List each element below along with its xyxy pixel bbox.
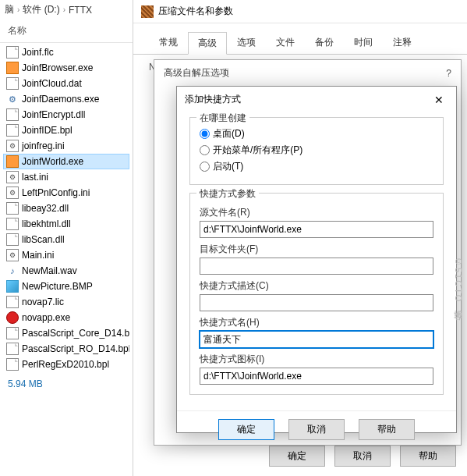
radio-startup[interactable]: 启动(T) (200, 158, 433, 175)
file-name: JoinfDaemons.exe (22, 94, 99, 105)
titlebar[interactable]: 压缩文件名和参数 (133, 0, 467, 23)
file-item[interactable]: JoinfIDE.bpl (3, 123, 129, 138)
titlebar[interactable]: 高级自解压选项 ? (154, 60, 461, 86)
ini-icon (6, 249, 19, 261)
wav-icon (6, 265, 19, 277)
file-item[interactable]: Main.ini (3, 247, 129, 263)
help-icon[interactable]: ? (446, 68, 451, 79)
breadcrumb-seg[interactable]: 脑 (5, 3, 14, 16)
file-item[interactable]: JoinfDaemons.exe (3, 91, 129, 107)
icon-input[interactable] (200, 368, 433, 385)
tab-1[interactable]: 高级 (188, 32, 227, 55)
tab-3[interactable]: 文件 (266, 31, 305, 54)
status-size: 5.94 MB (0, 374, 133, 394)
file-item[interactable]: PascalScript_RO_D14.bpl (3, 341, 129, 357)
doc-icon (6, 202, 19, 215)
file-name: PascalScript_Core_D14.bpl (22, 328, 129, 339)
file-item[interactable]: PascalScript_Core_D14.bpl (3, 325, 129, 341)
radio-startup-input[interactable] (200, 162, 210, 172)
exe-b-icon (6, 93, 19, 105)
desc-input[interactable] (200, 294, 433, 311)
tab-0[interactable]: 常规 (149, 31, 188, 54)
file-item[interactable]: NewPicture.BMP (3, 279, 129, 294)
doc-icon (6, 358, 19, 371)
bmp-icon (6, 280, 19, 293)
file-item[interactable]: JoinfBrowser.exe (3, 60, 129, 76)
file-name: joinfreg.ini (22, 140, 65, 151)
doc-icon (6, 296, 19, 308)
file-name: JoinfEncrypt.dll (22, 109, 85, 120)
file-name: libekhtml.dll (22, 218, 71, 229)
file-item[interactable]: last.ini (3, 169, 129, 185)
tabstrip: 常规高级选项文件备份时间注释 (133, 23, 467, 55)
icon-label: 快捷方式图标(I) (200, 353, 433, 366)
tab-2[interactable]: 选项 (227, 31, 266, 54)
tab-5[interactable]: 时间 (344, 31, 383, 54)
file-name: NewPicture.BMP (22, 281, 93, 292)
where-create-group: 在哪里创建 桌面(D) 开始菜单/所有程序(P) 启动(T) (189, 117, 444, 185)
doc-icon (6, 108, 19, 121)
close-icon[interactable]: ✕ (430, 94, 448, 106)
radio-desktop-input[interactable] (200, 129, 210, 139)
radio-label: 桌面(D) (213, 127, 245, 140)
file-item[interactable]: libekhtml.dll (3, 216, 129, 232)
name-label: 快捷方式名(H) (200, 316, 433, 329)
radio-startmenu[interactable]: 开始菜单/所有程序(P) (200, 142, 433, 158)
file-item[interactable]: NewMail.wav (3, 263, 129, 279)
file-item[interactable]: novapp.exe (3, 310, 129, 325)
breadcrumb-seg[interactable]: 软件 (D:) (23, 3, 59, 16)
tab-4[interactable]: 备份 (305, 31, 344, 54)
file-name: JoinfCloud.dat (22, 78, 82, 89)
file-name: Joinf.flc (22, 47, 54, 58)
exe-o-icon (6, 62, 19, 74)
file-item[interactable]: libScan.dll (3, 232, 129, 247)
titlebar[interactable]: 添加快捷方式 ✕ (177, 87, 456, 112)
file-name: novap7.lic (22, 297, 64, 307)
shortcut-params-group: 快捷方式参数 源文件名(R) 目标文件夹(F) 快捷方式描述(C) 快捷方式名(… (189, 193, 444, 395)
doc-icon (6, 46, 19, 59)
column-header-name[interactable]: 名称 (0, 20, 133, 43)
file-item[interactable]: JoinfWorld.exe (3, 154, 129, 169)
dialog-title: 添加快捷方式 (185, 93, 241, 106)
file-item[interactable]: Joinf.flc (3, 44, 129, 60)
breadcrumb-seg[interactable]: FTTX (69, 5, 92, 16)
file-item[interactable]: PerlRegExD2010.bpl (3, 357, 129, 372)
ok-button[interactable]: 确定 (218, 419, 274, 440)
chevron-right-icon: › (63, 5, 65, 14)
tab-6[interactable]: 注释 (383, 31, 422, 54)
file-name: novapp.exe (22, 312, 70, 323)
src-input[interactable] (200, 221, 433, 238)
group-legend: 在哪里创建 (196, 112, 249, 125)
dialog-title: 高级自解压选项 (164, 66, 229, 80)
ini-icon (6, 140, 19, 152)
help-button[interactable]: 帮助 (359, 419, 415, 440)
radio-label: 启动(T) (213, 160, 243, 173)
file-item[interactable]: JoinfCloud.dat (3, 76, 129, 91)
explorer-pane: 脑 › 软件 (D:) › FTTX 名称 Joinf.flcJoinfBrow… (0, 0, 133, 476)
file-list: Joinf.flcJoinfBrowser.exeJoinfCloud.datJ… (0, 43, 133, 374)
ini-icon (6, 186, 19, 199)
file-item[interactable]: JoinfEncrypt.dll (3, 107, 129, 123)
group-legend: 快捷方式参数 (196, 187, 259, 201)
breadcrumb[interactable]: 脑 › 软件 (D:) › FTTX (0, 0, 133, 20)
radio-startmenu-input[interactable] (200, 145, 210, 155)
cancel-button[interactable]: 取消 (288, 419, 345, 440)
file-item[interactable]: LeftPnlConfig.ini (3, 185, 129, 201)
doc-icon (6, 327, 19, 339)
radio-desktop[interactable]: 桌面(D) (200, 126, 433, 142)
file-item[interactable]: novap7.lic (3, 294, 129, 310)
ini-icon (6, 171, 19, 183)
name-input[interactable] (200, 331, 433, 348)
radio-label: 开始菜单/所有程序(P) (213, 144, 302, 157)
doc-icon (6, 218, 19, 230)
dialog-title: 压缩文件名和参数 (158, 5, 233, 18)
doc-icon (6, 77, 19, 90)
file-name: JoinfBrowser.exe (22, 62, 93, 73)
file-item[interactable]: joinfreg.ini (3, 138, 129, 154)
dest-label: 目标文件夹(F) (200, 243, 433, 256)
dest-input[interactable] (200, 258, 433, 275)
file-item[interactable]: libeay32.dll (3, 201, 129, 216)
file-name: PerlRegExD2010.bpl (22, 359, 109, 370)
doc-icon (6, 343, 19, 355)
doc-icon (6, 124, 19, 137)
